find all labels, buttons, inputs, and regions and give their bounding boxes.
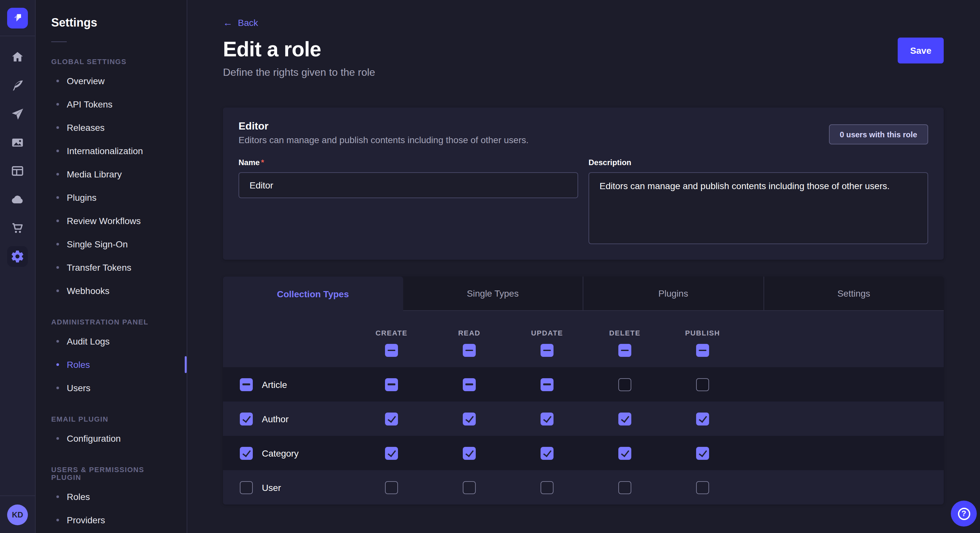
author-read-checkbox[interactable] [463,412,476,425]
user-delete-checkbox[interactable] [618,481,631,494]
sidebar-item-up-roles[interactable]: Roles [51,485,171,508]
column-header-update: UPDATE [508,329,586,337]
select-all-delete-checkbox[interactable] [618,344,631,357]
title-row: Edit a role Define the rights given to t… [223,38,944,78]
media-library-icon[interactable] [7,132,28,153]
author-update-checkbox[interactable] [541,412,554,425]
cloud-icon[interactable] [7,189,28,210]
bullet-icon [56,340,59,343]
author-create-checkbox[interactable] [385,412,398,425]
category-publish-checkbox[interactable] [696,447,709,460]
bullet-icon [56,150,59,152]
name-label: Name* [239,158,578,167]
user-create-checkbox[interactable] [385,481,398,494]
author-row-checkbox[interactable] [240,412,253,425]
description-textarea[interactable]: Editors can manage and publish contents … [589,172,928,244]
rail-bottom: KD [0,495,35,533]
email-plugin-list: Configuration [51,427,171,450]
icon-rail: KD [0,0,36,533]
column-header-publish: PUBLISH [664,329,741,337]
tab-single-types[interactable]: Single Types [403,276,583,310]
article-row-checkbox[interactable] [240,378,253,391]
section-email-plugin: EMAIL PLUGIN [51,415,171,423]
select-all-create-checkbox[interactable] [385,344,398,357]
page-title: Edit a role [223,38,375,62]
sidebar-item-roles[interactable]: Roles [51,353,171,376]
name-input[interactable] [239,172,578,198]
permissions-table: CREATE READ UPDATE DELETE PUBLISH [223,311,944,504]
permissions-table-header: CREATE READ UPDATE DELETE PUBLISH [223,311,944,367]
home-icon[interactable] [7,47,28,67]
sidebar-item-configuration[interactable]: Configuration [51,427,171,450]
sidebar-item-single-sign-on[interactable]: Single Sign-On [51,233,171,256]
strapi-logo[interactable] [7,8,28,28]
bullet-icon [56,437,59,440]
select-all-read-checkbox[interactable] [463,344,476,357]
user-read-checkbox[interactable] [463,481,476,494]
save-button[interactable]: Save [898,38,944,63]
article-publish-checkbox[interactable] [696,378,709,391]
sidebar-item-overview[interactable]: Overview [51,69,171,93]
marketplace-icon[interactable] [7,217,28,238]
article-read-checkbox[interactable] [463,378,476,391]
sidebar-item-releases[interactable]: Releases [51,116,171,139]
bullet-icon [56,80,59,82]
select-all-publish-checkbox[interactable] [696,344,709,357]
column-header-read: READ [430,329,508,337]
tab-plugins[interactable]: Plugins [583,276,763,310]
category-read-checkbox[interactable] [463,447,476,460]
article-create-checkbox[interactable] [385,378,398,391]
bullet-icon [56,266,59,269]
table-row-user: User [223,470,944,504]
sidebar-item-internationalization[interactable]: Internationalization [51,139,171,163]
bullet-icon [56,243,59,246]
strapi-logo-icon [11,10,24,25]
content-manager-icon[interactable] [7,160,28,181]
content-type-builder-icon[interactable] [7,75,28,96]
bullet-icon [56,196,59,199]
user-update-checkbox[interactable] [541,481,554,494]
sidebar-item-webhooks[interactable]: Webhooks [51,279,171,303]
select-all-update-checkbox[interactable] [541,344,554,357]
main-content: ← Back Edit a role Define the rights giv… [187,0,980,533]
category-row-checkbox[interactable] [240,447,253,460]
article-update-checkbox[interactable] [541,378,554,391]
sidebar-item-api-tokens[interactable]: API Tokens [51,93,171,116]
avatar[interactable]: KD [7,504,28,525]
user-publish-checkbox[interactable] [696,481,709,494]
settings-icon[interactable] [7,246,28,267]
sidebar-item-plugins[interactable]: Plugins [51,186,171,209]
sidebar-item-transfer-tokens[interactable]: Transfer Tokens [51,256,171,279]
author-delete-checkbox[interactable] [618,412,631,425]
bullet-icon [56,289,59,292]
sidebar-item-users[interactable]: Users [51,376,171,400]
question-mark-icon: ? [958,508,970,520]
article-delete-checkbox[interactable] [618,378,631,391]
deploy-icon[interactable] [7,104,28,124]
back-arrow-icon: ← [223,17,233,27]
category-update-checkbox[interactable] [541,447,554,460]
user-row-checkbox[interactable] [240,481,253,494]
permissions-rows: Article Author [223,367,944,504]
table-row-article: Article [223,367,944,401]
table-row-category: Category [223,436,944,470]
sidebar-item-audit-logs[interactable]: Audit Logs [51,330,171,353]
role-name-heading: Editor [239,121,928,132]
section-administration-panel: ADMINISTRATION PANEL [51,318,171,326]
author-publish-checkbox[interactable] [696,412,709,425]
tab-settings[interactable]: Settings [763,276,944,310]
sidebar-item-review-workflows[interactable]: Review Workflows [51,209,171,233]
role-card-header: Editor Editors can manage and publish co… [239,121,928,145]
tab-collection-types[interactable]: Collection Types [223,276,403,311]
sidebar-item-providers[interactable]: Providers [51,508,171,532]
users-with-role-badge[interactable]: 0 users with this role [829,124,928,144]
back-link[interactable]: ← Back [223,17,258,27]
description-label: Description [589,158,928,167]
sidebar-item-media-library[interactable]: Media Library [51,163,171,186]
category-create-checkbox[interactable] [385,447,398,460]
column-labels-row: CREATE READ UPDATE DELETE PUBLISH [223,329,944,337]
help-button[interactable]: ? [951,501,977,527]
column-header-create: CREATE [353,329,430,337]
category-delete-checkbox[interactable] [618,447,631,460]
bullet-icon [56,363,59,366]
